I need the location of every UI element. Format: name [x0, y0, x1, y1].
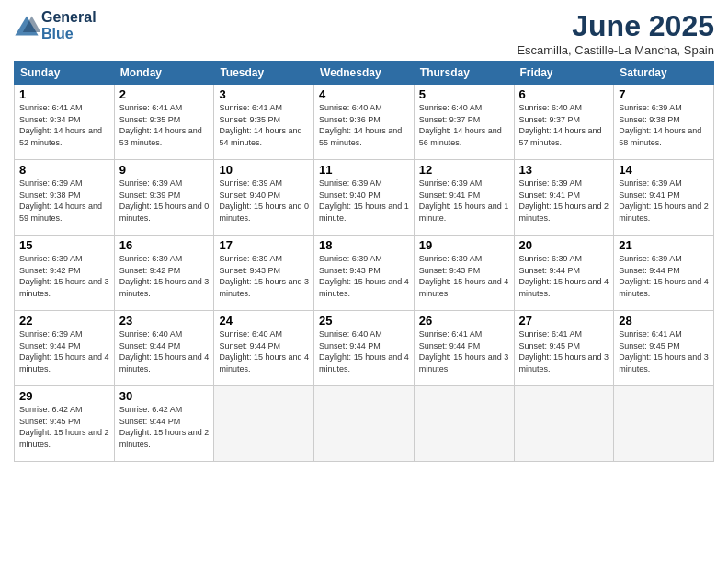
day-number: 27: [519, 314, 609, 327]
day-number: 21: [619, 238, 709, 252]
calendar-day-cell: 17Sunrise: 6:39 AMSunset: 9:43 PMDayligh…: [214, 236, 314, 311]
day-number: 8: [19, 163, 109, 177]
day-number: 29: [19, 389, 109, 403]
day-info: Sunrise: 6:39 AMSunset: 9:44 PMDaylight:…: [519, 253, 609, 299]
day-number: 4: [319, 87, 409, 101]
day-info: Sunrise: 6:42 AMSunset: 9:44 PMDaylight:…: [119, 404, 210, 450]
day-number: 23: [119, 314, 210, 327]
day-info: Sunrise: 6:41 AMSunset: 9:34 PMDaylight:…: [19, 102, 109, 148]
day-number: 30: [119, 389, 210, 403]
calendar-day-cell: 5Sunrise: 6:40 AMSunset: 9:37 PMDaylight…: [414, 85, 514, 160]
day-number: 7: [619, 87, 709, 101]
calendar-table: Sunday Monday Tuesday Wednesday Thursday…: [14, 61, 714, 462]
logo-general: General: [41, 9, 97, 26]
calendar-day-cell: 10Sunrise: 6:39 AMSunset: 9:40 PMDayligh…: [214, 160, 314, 236]
day-number: 10: [219, 163, 309, 177]
calendar-day-cell: 29Sunrise: 6:42 AMSunset: 9:45 PMDayligh…: [15, 386, 115, 462]
header: General Blue June 2025 Escamilla, Castil…: [14, 9, 714, 57]
day-info: Sunrise: 6:41 AMSunset: 9:35 PMDaylight:…: [219, 102, 309, 148]
calendar-day-cell: [414, 386, 514, 462]
calendar-week-row: 1Sunrise: 6:41 AMSunset: 9:34 PMDaylight…: [15, 85, 714, 160]
calendar-day-cell: 1Sunrise: 6:41 AMSunset: 9:34 PMDaylight…: [15, 85, 115, 160]
day-info: Sunrise: 6:39 AMSunset: 9:38 PMDaylight:…: [619, 102, 709, 148]
day-info: Sunrise: 6:42 AMSunset: 9:45 PMDaylight:…: [19, 404, 109, 450]
calendar-day-cell: 30Sunrise: 6:42 AMSunset: 9:44 PMDayligh…: [114, 386, 214, 462]
page-container: General Blue June 2025 Escamilla, Castil…: [0, 0, 728, 471]
day-info: Sunrise: 6:41 AMSunset: 9:45 PMDaylight:…: [619, 328, 709, 374]
calendar-day-cell: 15Sunrise: 6:39 AMSunset: 9:42 PMDayligh…: [15, 236, 115, 311]
calendar-day-cell: 20Sunrise: 6:39 AMSunset: 9:44 PMDayligh…: [514, 236, 614, 311]
day-number: 14: [619, 163, 709, 177]
calendar-day-cell: 14Sunrise: 6:39 AMSunset: 9:41 PMDayligh…: [614, 160, 714, 236]
calendar-day-cell: [314, 386, 415, 462]
calendar-day-cell: 27Sunrise: 6:41 AMSunset: 9:45 PMDayligh…: [514, 311, 614, 386]
calendar-day-cell: 22Sunrise: 6:39 AMSunset: 9:44 PMDayligh…: [15, 311, 115, 386]
day-number: 16: [119, 238, 210, 252]
calendar-week-row: 29Sunrise: 6:42 AMSunset: 9:45 PMDayligh…: [15, 386, 714, 462]
day-number: 28: [619, 314, 709, 327]
calendar-week-row: 15Sunrise: 6:39 AMSunset: 9:42 PMDayligh…: [15, 236, 714, 311]
calendar-day-cell: 16Sunrise: 6:39 AMSunset: 9:42 PMDayligh…: [114, 236, 214, 311]
logo-blue: Blue: [41, 26, 97, 42]
calendar-day-cell: 11Sunrise: 6:39 AMSunset: 9:40 PMDayligh…: [314, 160, 415, 236]
logo-icon: [14, 13, 40, 39]
day-info: Sunrise: 6:39 AMSunset: 9:40 PMDaylight:…: [219, 178, 309, 224]
day-number: 18: [319, 238, 409, 252]
calendar-day-cell: 9Sunrise: 6:39 AMSunset: 9:39 PMDaylight…: [114, 160, 214, 236]
col-saturday: Saturday: [614, 62, 714, 85]
day-number: 17: [219, 238, 309, 252]
day-info: Sunrise: 6:39 AMSunset: 9:38 PMDaylight:…: [19, 178, 109, 224]
day-info: Sunrise: 6:40 AMSunset: 9:36 PMDaylight:…: [319, 102, 409, 148]
day-info: Sunrise: 6:39 AMSunset: 9:41 PMDaylight:…: [519, 178, 609, 224]
day-info: Sunrise: 6:39 AMSunset: 9:44 PMDaylight:…: [619, 253, 709, 299]
day-info: Sunrise: 6:40 AMSunset: 9:37 PMDaylight:…: [419, 102, 509, 148]
col-friday: Friday: [514, 62, 614, 85]
col-thursday: Thursday: [414, 62, 514, 85]
calendar-day-cell: 13Sunrise: 6:39 AMSunset: 9:41 PMDayligh…: [514, 160, 614, 236]
day-info: Sunrise: 6:41 AMSunset: 9:35 PMDaylight:…: [119, 102, 210, 148]
day-number: 15: [19, 238, 109, 252]
day-info: Sunrise: 6:40 AMSunset: 9:44 PMDaylight:…: [319, 328, 409, 374]
col-monday: Monday: [114, 62, 214, 85]
location: Escamilla, Castille-La Mancha, Spain: [517, 43, 714, 57]
calendar-week-row: 8Sunrise: 6:39 AMSunset: 9:38 PMDaylight…: [15, 160, 714, 236]
day-number: 13: [519, 163, 609, 177]
day-info: Sunrise: 6:40 AMSunset: 9:37 PMDaylight:…: [519, 102, 609, 148]
day-info: Sunrise: 6:39 AMSunset: 9:44 PMDaylight:…: [19, 328, 109, 374]
calendar-day-cell: [614, 386, 714, 462]
day-info: Sunrise: 6:41 AMSunset: 9:44 PMDaylight:…: [419, 328, 509, 374]
day-info: Sunrise: 6:39 AMSunset: 9:43 PMDaylight:…: [219, 253, 309, 299]
day-number: 3: [219, 87, 309, 101]
day-number: 5: [419, 87, 509, 101]
day-info: Sunrise: 6:39 AMSunset: 9:43 PMDaylight:…: [419, 253, 509, 299]
month-title: June 2025: [517, 9, 714, 43]
day-info: Sunrise: 6:39 AMSunset: 9:39 PMDaylight:…: [119, 178, 210, 224]
day-number: 6: [519, 87, 609, 101]
day-number: 9: [119, 163, 210, 177]
calendar-day-cell: 23Sunrise: 6:40 AMSunset: 9:44 PMDayligh…: [114, 311, 214, 386]
day-number: 26: [419, 314, 509, 327]
col-wednesday: Wednesday: [314, 62, 415, 85]
day-info: Sunrise: 6:39 AMSunset: 9:41 PMDaylight:…: [419, 178, 509, 224]
day-info: Sunrise: 6:40 AMSunset: 9:44 PMDaylight:…: [119, 328, 210, 374]
calendar-day-cell: 24Sunrise: 6:40 AMSunset: 9:44 PMDayligh…: [214, 311, 314, 386]
day-info: Sunrise: 6:39 AMSunset: 9:42 PMDaylight:…: [119, 253, 210, 299]
logo: General Blue: [14, 9, 97, 42]
calendar-day-cell: 7Sunrise: 6:39 AMSunset: 9:38 PMDaylight…: [614, 85, 714, 160]
day-number: 2: [119, 87, 210, 101]
title-block: June 2025 Escamilla, Castille-La Mancha,…: [517, 9, 714, 57]
day-info: Sunrise: 6:39 AMSunset: 9:43 PMDaylight:…: [319, 253, 409, 299]
day-number: 24: [219, 314, 309, 327]
day-info: Sunrise: 6:40 AMSunset: 9:44 PMDaylight:…: [219, 328, 309, 374]
calendar-week-row: 22Sunrise: 6:39 AMSunset: 9:44 PMDayligh…: [15, 311, 714, 386]
calendar-day-cell: 4Sunrise: 6:40 AMSunset: 9:36 PMDaylight…: [314, 85, 415, 160]
calendar-day-cell: 6Sunrise: 6:40 AMSunset: 9:37 PMDaylight…: [514, 85, 614, 160]
day-number: 20: [519, 238, 609, 252]
calendar-day-cell: [514, 386, 614, 462]
logo-text-wrapper: General Blue: [41, 9, 97, 42]
calendar-day-cell: [214, 386, 314, 462]
calendar-day-cell: 26Sunrise: 6:41 AMSunset: 9:44 PMDayligh…: [414, 311, 514, 386]
calendar-day-cell: 2Sunrise: 6:41 AMSunset: 9:35 PMDaylight…: [114, 85, 214, 160]
day-info: Sunrise: 6:39 AMSunset: 9:41 PMDaylight:…: [619, 178, 709, 224]
calendar-day-cell: 28Sunrise: 6:41 AMSunset: 9:45 PMDayligh…: [614, 311, 714, 386]
